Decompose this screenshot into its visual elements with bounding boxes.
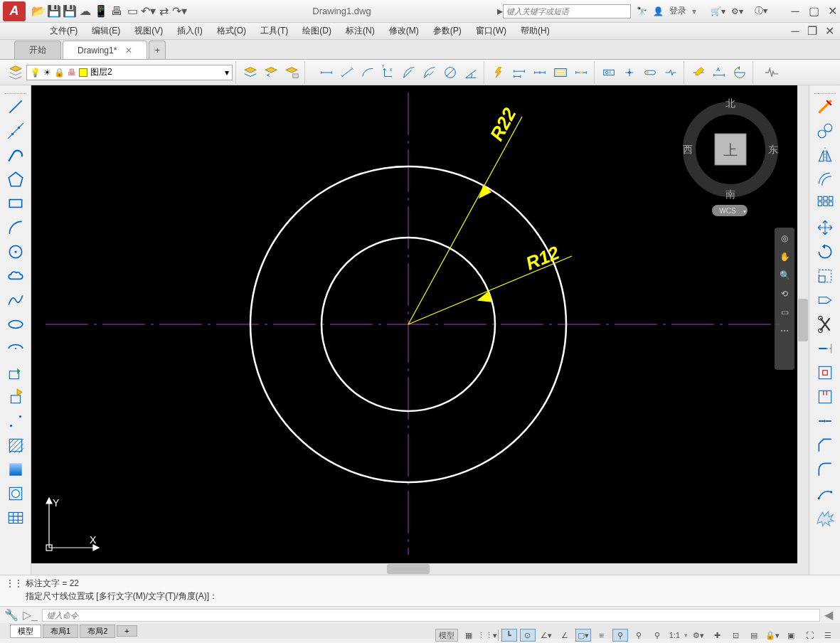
layout-model[interactable]: 模型 [10, 625, 41, 638]
login-dropdown-icon[interactable]: ▾ [692, 6, 696, 16]
revision-cloud-tool[interactable] [4, 265, 28, 287]
grip-handle[interactable] [5, 88, 26, 94]
menu-format[interactable]: 格式(O) [210, 25, 253, 37]
cmd-recent-icon[interactable]: ◀ [824, 608, 833, 622]
status-isolate-icon[interactable]: ▣ [783, 629, 799, 642]
dim-ordinate-icon[interactable]: XY [378, 63, 398, 83]
nav-zoom-icon[interactable]: 🔍 [778, 269, 791, 282]
menu-dim[interactable]: 标注(N) [339, 25, 382, 37]
menu-insert[interactable]: 插入(I) [170, 25, 209, 37]
ellipse-tool[interactable] [4, 313, 28, 336]
chamfer-tool[interactable] [813, 434, 837, 457]
saveas-icon[interactable]: 💾 [63, 4, 77, 18]
status-model[interactable]: 模型 [435, 629, 458, 642]
mdi-close[interactable]: ✕ [822, 25, 837, 38]
search-input[interactable] [503, 4, 631, 18]
nav-orbit-icon[interactable]: ⟲ [778, 287, 791, 300]
cmd-tool-icon[interactable]: 🔧 [4, 608, 18, 622]
dim-baseline-icon[interactable] [509, 63, 529, 83]
search-launch-icon[interactable]: 🔭 [637, 6, 647, 16]
nav-more-icon[interactable]: ⋯ [778, 324, 791, 337]
quick-dim-icon[interactable] [489, 63, 509, 83]
status-annoauto-icon[interactable]: ⚲ [649, 629, 665, 642]
command-input[interactable] [42, 609, 820, 622]
make-block-tool[interactable] [4, 386, 28, 408]
layer-selector[interactable]: 💡 ☀ 🔒 🖶 图层2 ▾ [26, 65, 233, 80]
blend-tool[interactable] [813, 482, 837, 505]
nav-wheel-icon[interactable]: ◎ [778, 232, 791, 245]
horizontal-scrollbar[interactable] [31, 563, 797, 575]
layer-make-current-icon[interactable] [240, 63, 260, 83]
dim-jogline-icon[interactable] [661, 63, 681, 83]
status-snap-icon[interactable]: ⋮⋮▾ [479, 629, 495, 642]
scale-tool[interactable] [813, 265, 837, 287]
exchange-icon[interactable]: 🛒▾ [711, 6, 725, 16]
status-qp-icon[interactable]: ▤ [746, 629, 762, 642]
grip-handle-right[interactable] [814, 88, 836, 94]
navigation-bar[interactable]: ◎ ✋ 🔍 ⟲ ▭ ⋯ [775, 228, 794, 370]
spline-tool[interactable] [4, 289, 28, 312]
heartbeat-icon[interactable] [762, 63, 782, 83]
cmd-grip[interactable]: ⋮⋮ [6, 577, 23, 590]
layout-2[interactable]: 布局2 [80, 625, 115, 638]
status-lock-icon[interactable]: 🔒▾ [765, 629, 780, 642]
menu-view[interactable]: 视图(V) [127, 25, 170, 37]
dim-jogged-icon[interactable] [420, 63, 440, 83]
menu-file[interactable]: 文件(F) [43, 25, 85, 37]
redo-icon[interactable]: ↷▾ [172, 4, 186, 18]
close-button[interactable]: ✕ [824, 5, 840, 18]
app-store-icon[interactable]: ⚙▾ [731, 6, 743, 16]
status-scale[interactable]: 1:1 [668, 629, 681, 642]
dim-update-icon[interactable] [730, 63, 750, 83]
dim-diameter-icon[interactable] [440, 63, 460, 83]
menu-help[interactable]: 帮助(H) [514, 25, 557, 37]
mdi-restore[interactable]: ❐ [804, 25, 820, 38]
erase-tool[interactable] [813, 95, 837, 118]
login-link[interactable]: 登录 [669, 5, 686, 17]
circle-tool[interactable] [4, 240, 28, 263]
status-lwt-icon[interactable]: ≡ [594, 629, 610, 642]
cloud-save-icon[interactable]: ☁ [78, 4, 92, 18]
dim-arc-icon[interactable] [358, 63, 378, 83]
menu-modify[interactable]: 修改(M) [382, 25, 426, 37]
layout-add[interactable]: + [117, 625, 137, 637]
menu-param[interactable]: 参数(P) [426, 25, 469, 37]
ellipse-arc-tool[interactable] [4, 337, 28, 360]
construction-line-tool[interactable] [4, 119, 28, 142]
mirror-tool[interactable] [813, 144, 837, 166]
array-tool[interactable] [813, 192, 837, 215]
dim-continue-icon[interactable] [530, 63, 550, 83]
menu-window[interactable]: 窗口(W) [469, 25, 514, 37]
vertical-scrollbar[interactable] [797, 85, 809, 563]
fillet-tool[interactable] [813, 458, 837, 481]
dim-edit-icon[interactable] [689, 63, 708, 83]
rotate-tool[interactable] [813, 240, 837, 263]
break-at-point-tool[interactable] [813, 361, 837, 384]
nav-pan-icon[interactable]: ✋ [778, 250, 791, 263]
status-clean-icon[interactable]: ⛶ [802, 629, 817, 642]
undo-icon[interactable]: ↶▾ [141, 4, 155, 18]
break-tool[interactable] [813, 386, 837, 408]
trim-tool[interactable] [813, 313, 837, 336]
tab-close-icon[interactable]: ✕ [125, 46, 132, 55]
extend-tool[interactable] [813, 337, 837, 360]
dim-radius-icon[interactable] [399, 63, 419, 83]
new-sheet-icon[interactable]: ▭ [125, 4, 139, 18]
layer-properties-icon[interactable] [6, 63, 26, 83]
tab-add[interactable]: + [149, 41, 166, 59]
inspect-icon[interactable] [640, 63, 660, 83]
polyline-tool[interactable] [4, 144, 28, 166]
help-icon[interactable]: ⓘ▾ [755, 5, 767, 17]
tab-start[interactable]: 开始 [14, 41, 61, 59]
status-custom-icon[interactable]: ☰ [820, 629, 836, 642]
gradient-tool[interactable] [4, 458, 28, 481]
point-tool[interactable] [4, 410, 28, 432]
offset-tool[interactable] [813, 168, 837, 191]
rectangle-tool[interactable] [4, 192, 28, 215]
save-icon[interactable]: 💾 [47, 4, 61, 18]
tab-drawing1[interactable]: Drawing1*✕ [63, 41, 147, 59]
maximize-button[interactable]: ▢ [806, 5, 822, 18]
insert-block-tool[interactable] [4, 361, 28, 384]
layout-1[interactable]: 布局1 [43, 625, 78, 638]
status-grid-icon[interactable]: ▦ [461, 629, 477, 642]
